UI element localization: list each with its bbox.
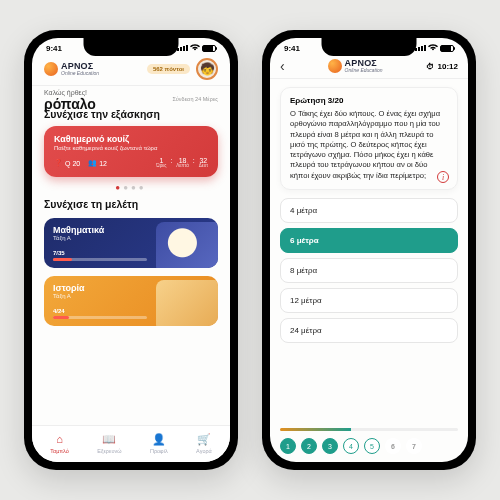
section-practice-title: Συνέχισε την εξάσκηση (32, 102, 230, 124)
question-number: Ερώτηση 3/20 (290, 96, 448, 105)
tab-home[interactable]: ⌂Ταμπλό (50, 432, 69, 454)
quiz-countdown: 1Ώρες: 18Λεπτά: 32Δευτ (156, 157, 208, 169)
answer-option[interactable]: 24 μέτρα (280, 318, 458, 343)
brand-tagline: Online Education (61, 71, 99, 76)
pager-step[interactable]: 5 (364, 438, 380, 454)
points-badge[interactable]: 562 πόντοι (147, 64, 190, 74)
book-icon: 📖 (102, 432, 116, 446)
clock-icon: ⏱ (426, 62, 434, 71)
back-button[interactable]: ‹ (280, 58, 285, 74)
subject-card-history[interactable]: Ιστορία Τάξη Α 4/24 (44, 276, 218, 326)
wifi-icon (428, 43, 438, 53)
progress-bar (53, 258, 147, 261)
pager-step[interactable]: 1 (280, 438, 296, 454)
question-text: Ο Τάκης έχει δύο κήπους. Ο ένας έχει σχή… (290, 109, 448, 181)
status-indicators (415, 43, 454, 53)
wifi-icon (190, 43, 200, 53)
brand-mark-icon (44, 62, 58, 76)
question-card: Ερώτηση 3/20 Ο Τάκης έχει δύο κήπους. Ο … (280, 87, 458, 190)
answer-option[interactable]: 12 μέτρα (280, 288, 458, 313)
phone-home: 9:41 ΑΡΝΟΣ Online Education 562 πόντοι 🧒 (24, 30, 238, 470)
quiz-subtitle: Παίξτε καθημερινά κουίζ ζωντανά τώρα (54, 145, 208, 151)
answer-option[interactable]: 6 μέτρα (280, 228, 458, 253)
status-indicators (177, 43, 216, 53)
app-header: ΑΡΝΟΣ Online Education 562 πόντοι 🧒 (32, 55, 230, 86)
avatar[interactable]: 🧒 (196, 58, 218, 80)
signal-icon (415, 45, 426, 51)
info-icon[interactable]: i (437, 171, 449, 183)
pager-step[interactable]: 2 (301, 438, 317, 454)
subject-illustration-icon (156, 280, 218, 326)
subject-illustration-icon (156, 222, 218, 268)
pager-step[interactable]: 4 (343, 438, 359, 454)
status-time: 9:41 (284, 44, 300, 53)
subject-card-math[interactable]: Μαθηματικά Τάξη Α 7/35 (44, 218, 218, 268)
answers-list: 4 μέτρα 6 μέτρα 8 μέτρα 12 μέτρα 24 μέτρ… (270, 194, 468, 343)
home-icon: ⌂ (53, 432, 67, 446)
screen-quiz: 9:41 ‹ ΑΡΝΟΣ Online Education ⏱10:12 Ερώ… (270, 38, 468, 462)
notch (322, 38, 417, 56)
user-icon: 👤 (152, 432, 166, 446)
cart-icon: 🛒 (197, 432, 211, 446)
pager-step[interactable]: 7 (406, 438, 422, 454)
quiz-header: ‹ ΑΡΝΟΣ Online Education ⏱10:12 (270, 55, 468, 79)
notch (84, 38, 179, 56)
battery-icon (440, 45, 454, 52)
tab-bar: ⌂Ταμπλό 📖Εξερευνώ 👤Προφίλ 🛒Αγορά (32, 425, 230, 462)
answer-option[interactable]: 4 μέτρα (280, 198, 458, 223)
signal-icon (177, 45, 188, 51)
tab-market[interactable]: 🛒Αγορά (196, 432, 212, 454)
quiz-progress (270, 422, 468, 433)
quiz-timer: ⏱10:12 (426, 62, 458, 71)
brand-logo: ΑΡΝΟΣ Online Education (328, 59, 383, 73)
battery-icon (202, 45, 216, 52)
phone-quiz: 9:41 ‹ ΑΡΝΟΣ Online Education ⏱10:12 Ερώ… (262, 30, 476, 470)
pager-step[interactable]: 6 (385, 438, 401, 454)
screen-home: 9:41 ΑΡΝΟΣ Online Education 562 πόντοι 🧒 (32, 38, 230, 462)
pager-step[interactable]: 3 (322, 438, 338, 454)
brand-mark-icon (328, 59, 342, 73)
quiz-players: 👥12 (88, 159, 107, 167)
question-pager: 1 2 3 4 5 6 7 (270, 433, 468, 462)
quiz-title: Καθημερινό κουίζ (54, 134, 208, 144)
carousel-dots[interactable]: ●●●● (32, 181, 230, 192)
answer-option[interactable]: 8 μέτρα (280, 258, 458, 283)
progress-bar (280, 428, 458, 431)
status-time: 9:41 (46, 44, 62, 53)
progress-bar (53, 316, 147, 319)
tab-profile[interactable]: 👤Προφίλ (150, 432, 168, 454)
section-study-title: Συνέχισε τη μελέτη (32, 192, 230, 214)
brand-tagline: Online Education (345, 68, 383, 73)
brand-logo: ΑΡΝΟΣ Online Education (44, 62, 99, 76)
quiz-question-count: ❓Q 20 (54, 159, 80, 167)
welcome-greeting: Καλώς ήρθες! (44, 89, 218, 96)
daily-quiz-card[interactable]: Καθημερινό κουίζ Παίξτε καθημερινά κουίζ… (44, 126, 218, 177)
tab-explore[interactable]: 📖Εξερευνώ (97, 432, 121, 454)
